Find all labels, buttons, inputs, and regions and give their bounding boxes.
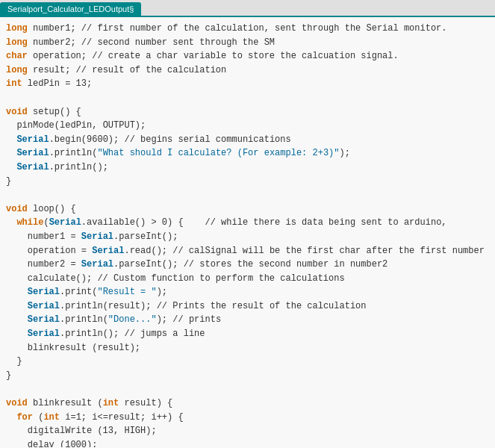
code-line: Serial.println("What should I calculate?… xyxy=(6,146,489,161)
code-line: number1 = Serial.parseInt(); xyxy=(6,230,489,244)
code-line xyxy=(6,382,489,396)
code-line: } xyxy=(6,355,489,369)
code-line: calculate(); // Custom function to perfo… xyxy=(6,272,489,286)
code-line: void setup() { xyxy=(6,105,489,119)
code-line: Serial.begin(9600); // begins serial com… xyxy=(6,133,489,147)
code-line: } xyxy=(6,175,489,189)
code-line: while(Serial.available() > 0) { // while… xyxy=(6,216,489,230)
code-line: Serial.println("Done..."); // prints xyxy=(6,313,489,327)
code-line xyxy=(6,91,489,105)
code-line: Serial.println(); // jumps a line xyxy=(6,327,489,341)
code-line: void blinkresult (int result) { xyxy=(6,396,489,411)
code-line: for (int i=1; i<=result; i++) { xyxy=(6,411,489,425)
code-line: number2 = Serial.parseInt(); // stores t… xyxy=(6,258,489,272)
code-line: long number2; // second number sent thro… xyxy=(6,36,489,50)
code-line: digitalWrite (13, HIGH); xyxy=(6,424,489,438)
code-line: Serial.println(result); // Prints the re… xyxy=(6,299,489,314)
code-line: long result; // result of the calculatio… xyxy=(6,63,489,78)
code-line: pinMode(ledPin, OUTPUT); xyxy=(6,119,489,133)
code-line: Serial.println(); xyxy=(6,161,489,175)
code-line xyxy=(6,188,489,202)
code-line: void loop() { xyxy=(6,202,489,217)
code-line: delay (1000); xyxy=(6,438,489,447)
tab-bar: Serialport_Calculator_LEDOutput§ xyxy=(0,0,495,17)
code-line: int ledPin = 13; xyxy=(6,77,489,91)
code-line: } xyxy=(6,369,489,383)
code-line: blinkresult (result); xyxy=(6,341,489,355)
code-area[interactable]: long number1; // first number of the cal… xyxy=(0,17,495,447)
code-line: operation = Serial.read(); // calSignal … xyxy=(6,244,489,258)
active-tab[interactable]: Serialport_Calculator_LEDOutput§ xyxy=(0,2,141,16)
code-line: char operation; // create a char variabl… xyxy=(6,49,489,63)
code-line: long number1; // first number of the cal… xyxy=(6,22,489,36)
code-line: Serial.print("Result = "); xyxy=(6,285,489,299)
